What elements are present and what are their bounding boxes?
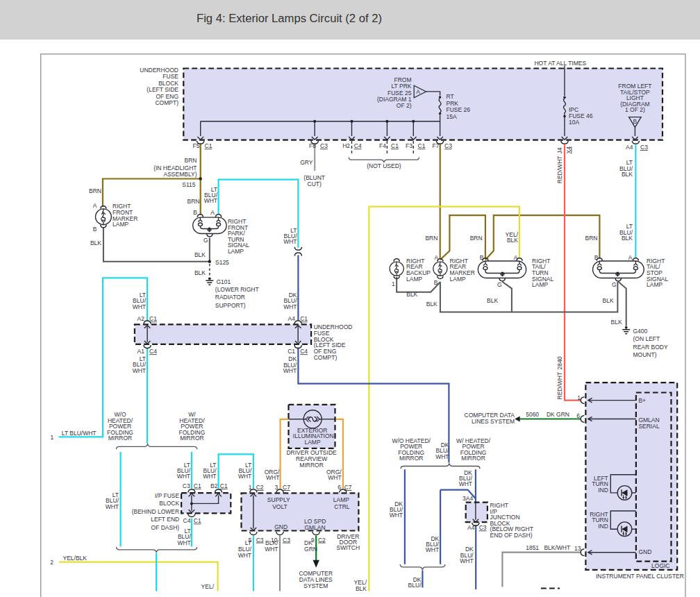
svg-text:C3: C3: [444, 142, 452, 149]
svg-text:C4: C4: [183, 517, 191, 524]
svg-text:C3: C3: [183, 482, 190, 489]
svg-text:RT: RT: [447, 93, 454, 100]
svg-text:ASSEMBLY): ASSEMBLY): [163, 171, 197, 178]
svg-text:A4: A4: [467, 524, 475, 531]
svg-text:BLK: BLK: [622, 171, 633, 178]
svg-text:C3: C3: [479, 524, 487, 531]
svg-text:LAMP: LAMP: [112, 221, 128, 228]
svg-text:WHT: WHT: [328, 474, 341, 481]
svg-text:C1: C1: [205, 142, 212, 149]
svg-text:WHT: WHT: [238, 473, 251, 480]
svg-text:WHT: WHT: [133, 367, 146, 374]
svg-text:C3: C3: [320, 142, 328, 149]
svg-text:C3: C3: [256, 537, 264, 544]
svg-text:WHT: WHT: [204, 197, 217, 204]
svg-text:WHT: WHT: [459, 480, 472, 487]
svg-text:C3: C3: [283, 537, 290, 544]
svg-text:LAMP: LAMP: [406, 276, 422, 283]
svg-text:1: 1: [577, 394, 581, 401]
svg-text:LEFT END: LEFT END: [151, 516, 179, 523]
svg-text:13: 13: [574, 545, 581, 552]
svg-text:BLK: BLK: [487, 297, 498, 304]
svg-text:COMPT): COMPT): [314, 354, 338, 361]
svg-text:WHT: WHT: [265, 546, 278, 553]
svg-text:A: A: [210, 209, 215, 216]
svg-text:H2: H2: [342, 142, 350, 149]
svg-text:DK GRN: DK GRN: [547, 411, 569, 418]
svg-text:B: B: [434, 279, 438, 286]
svg-text:2: 2: [50, 559, 53, 566]
svg-text:C7: C7: [344, 484, 352, 491]
svg-text:C1: C1: [220, 482, 228, 489]
svg-text:B: B: [480, 254, 484, 261]
svg-text:GRN: GRN: [304, 546, 317, 553]
svg-text:LAMP: LAMP: [228, 248, 244, 255]
svg-text:2840: 2840: [556, 356, 563, 369]
svg-text:F3: F3: [406, 142, 412, 149]
svg-text:A: A: [628, 254, 633, 261]
svg-text:WHT: WHT: [283, 367, 297, 374]
svg-text:C3: C3: [640, 144, 648, 151]
svg-text:3A4: 3A4: [462, 495, 473, 502]
svg-text:C4: C4: [300, 348, 308, 355]
svg-text:GND: GND: [638, 548, 651, 555]
svg-text:C4: C4: [149, 348, 157, 355]
svg-text:A: A: [514, 254, 518, 261]
svg-text:PRK: PRK: [447, 100, 459, 107]
svg-text:COMPT): COMPT): [155, 99, 178, 106]
svg-text:BRN: BRN: [185, 157, 197, 164]
svg-text:G: G: [612, 281, 617, 288]
svg-text:MIRROR: MIRROR: [461, 455, 485, 462]
svg-text:LO SPD: LO SPD: [304, 518, 326, 525]
svg-text:WHT: WHT: [133, 303, 146, 310]
svg-text:B+: B+: [638, 397, 646, 404]
svg-text:A2: A2: [137, 315, 144, 322]
svg-text:WHT: WHT: [177, 539, 190, 546]
svg-text:GMLAN: GMLAN: [304, 524, 325, 531]
svg-text:MOUNT): MOUNT): [633, 351, 657, 358]
svg-text:SUPPORT): SUPPORT): [215, 302, 246, 309]
svg-text:C7: C7: [283, 484, 290, 491]
svg-text:B: B: [193, 209, 197, 216]
svg-text:BRN: BRN: [585, 235, 598, 242]
svg-text:WHT: WHT: [460, 557, 473, 564]
svg-text:WHT: WHT: [106, 503, 119, 510]
svg-text:1: 1: [249, 484, 252, 491]
svg-text:C1: C1: [149, 315, 157, 322]
svg-text:BLK: BLK: [194, 269, 206, 276]
svg-text:IND: IND: [598, 523, 608, 530]
svg-text:C1: C1: [194, 517, 201, 524]
svg-text:OF ENG: OF ENG: [156, 93, 178, 100]
svg-text:C1: C1: [300, 315, 308, 322]
svg-text:C1: C1: [391, 142, 399, 149]
svg-text:1: 1: [50, 434, 53, 441]
svg-text:B2: B2: [210, 482, 218, 489]
svg-text:YEL/: YEL/: [201, 583, 215, 590]
svg-text:BLK: BLK: [194, 251, 206, 258]
svg-text:WHT: WHT: [283, 238, 297, 245]
svg-text:BLK: BLK: [507, 237, 518, 244]
svg-text:LAMP: LAMP: [333, 496, 349, 503]
svg-text:BRN: BRN: [470, 235, 483, 242]
svg-text:B: B: [93, 226, 97, 233]
svg-text:WHT: WHT: [266, 474, 279, 481]
svg-text:FUSE: FUSE: [162, 73, 178, 80]
svg-text:C4: C4: [354, 142, 362, 149]
svg-text:A4: A4: [626, 144, 633, 151]
svg-text:LINES SYSTEM: LINES SYSTEM: [472, 418, 515, 425]
svg-text:BLOCK: BLOCK: [159, 500, 179, 507]
svg-text:SYSTEM: SYSTEM: [303, 582, 328, 589]
svg-text:15A: 15A: [447, 113, 457, 120]
svg-text:YEL/BLK: YEL/BLK: [63, 555, 88, 562]
svg-text:F4: F4: [379, 142, 386, 149]
svg-text:I/P FUSE: I/P FUSE: [155, 492, 180, 499]
svg-text:F7: F7: [433, 142, 440, 149]
svg-text:1 OF 2): 1 OF 2): [625, 106, 645, 113]
svg-text:END OF DASH): END OF DASH): [490, 532, 533, 539]
svg-text:RED/WHT: RED/WHT: [556, 156, 563, 184]
svg-text:F5: F5: [193, 142, 200, 149]
svg-text:WHT: WHT: [238, 552, 251, 559]
svg-text:A1: A1: [137, 348, 144, 355]
svg-text:BLK: BLK: [90, 239, 101, 246]
svg-text:(LEFT SIDE: (LEFT SIDE: [147, 86, 178, 93]
